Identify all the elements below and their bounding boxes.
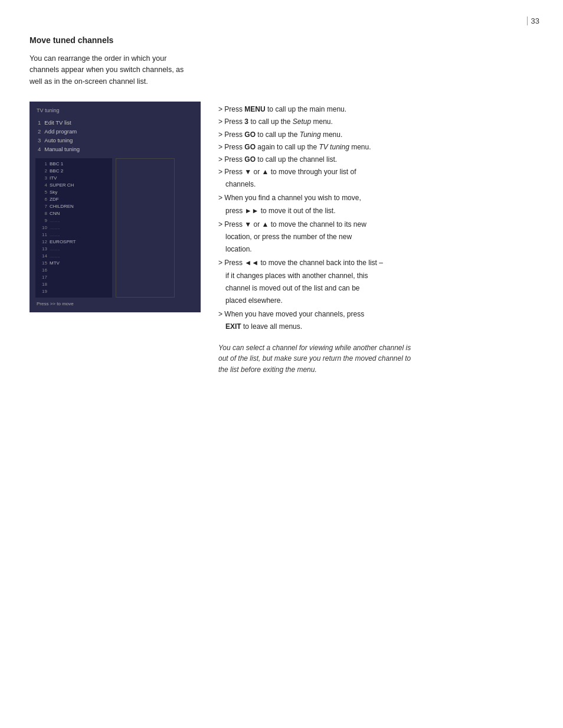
page-number: 33 — [527, 17, 539, 25]
menu-item-1: 1Edit TV list — [35, 118, 195, 127]
content-area: Move tuned channels You can rearrange th… — [0, 0, 563, 399]
channel-right-panel — [116, 158, 175, 298]
ch-18: 18 — [39, 281, 109, 288]
ch-12: 12EUROSPRT — [39, 239, 109, 246]
menu-item-3: 3Auto tuning — [35, 136, 195, 145]
intro-text: You can rearrange the order in which you… — [30, 53, 195, 87]
instr-menu: > Press MENU to call up the main menu. — [218, 104, 533, 115]
ch-10: 10........ — [39, 224, 109, 231]
ch-13: 13........ — [39, 246, 109, 253]
instr-3: > Press 3 to call up the Setup menu. — [218, 116, 533, 128]
menu-item-2: 2Add program — [35, 127, 195, 136]
instr-back-4: placed elsewhere. — [218, 295, 533, 306]
instr-move-location: > Press ▼ or ▲ to move the channel to it… — [218, 219, 533, 256]
instr-wish-to-move: > When you find a channel you wish to mo… — [218, 192, 533, 216]
tv-footer-text: Press >> to move — [35, 301, 195, 306]
instr-loc-2: location, or press the number of the new — [218, 231, 533, 243]
ch-16: 16 — [39, 267, 109, 274]
instr-move-through: > Press ▼ or ▲ to move through your list… — [218, 167, 533, 190]
ch-4: 4SUPER CH — [39, 182, 109, 189]
instr-exit-1: > When you have moved your channels, pre… — [218, 309, 533, 320]
instr-exit: > When you have moved your channels, pre… — [218, 309, 533, 332]
ch-2: 2BBC 2 — [39, 168, 109, 175]
menu-item-4: 4Manual tuning — [35, 145, 195, 154]
instr-back-1: > Press ◄◄ to move the channel back into… — [218, 257, 533, 269]
instr-loc-1: > Press ▼ or ▲ to move the channel to it… — [218, 219, 533, 230]
ch-19: 19 — [39, 288, 109, 295]
tv-menu-list: 1Edit TV list 2Add program 3Auto tuning … — [35, 118, 195, 154]
ch-14: 14........ — [39, 253, 109, 260]
tv-screen: TV tuning 1Edit TV list 2Add program 3Au… — [30, 102, 201, 312]
section-title: Move tuned channels — [30, 35, 533, 45]
ch-11: 11........ — [39, 231, 109, 239]
instr-move-back: > Press ◄◄ to move the channel back into… — [218, 257, 533, 306]
instr-wish-1: > When you find a channel you wish to mo… — [218, 192, 533, 204]
note-block: You can select a channel for viewing whi… — [218, 342, 419, 376]
two-column-layout: TV tuning 1Edit TV list 2Add program 3Au… — [30, 102, 533, 375]
ch-9: 9........ — [39, 217, 109, 224]
instr-back-3: channel is moved out of the list and can… — [218, 283, 533, 294]
ch-7: 7CHILDREN — [39, 203, 109, 210]
ch-3: 3ITV — [39, 175, 109, 182]
instructions-col: > Press MENU to call up the main menu. >… — [218, 102, 533, 375]
ch-17: 17 — [39, 274, 109, 281]
instr-go-tuning: > Press GO to call up the Tuning menu. — [218, 129, 533, 141]
channel-list-panel: 1BBC 1 2BBC 2 3ITV 4SUPER CH 5Sky 6ZDF 7… — [35, 158, 112, 298]
ch-1: 1BBC 1 — [39, 161, 109, 168]
channel-panel-wrapper: 1BBC 1 2BBC 2 3ITV 4SUPER CH 5Sky 6ZDF 7… — [35, 158, 195, 298]
instr-go-tvtuning: > Press GO again to call up the TV tunin… — [218, 142, 533, 153]
tv-ui-container: TV tuning 1Edit TV list 2Add program 3Au… — [30, 102, 201, 312]
ch-15: 15MTV — [39, 260, 109, 267]
instr-go-channellist: > Press GO to call up the channel list. — [218, 154, 533, 165]
tv-screen-title: TV tuning — [35, 107, 195, 113]
instr-exit-2: EXIT to leave all menus. — [218, 321, 533, 332]
instr-back-2: if it changes places with another channe… — [218, 270, 533, 282]
ch-5: 5Sky — [39, 189, 109, 196]
instr-arrow-1-cont: channels. — [218, 179, 533, 190]
instr-arrow-1: > Press ▼ or ▲ to move through your list… — [218, 167, 533, 178]
ch-6: 6ZDF — [39, 196, 109, 203]
instr-wish-2: press ►► to move it out of the list. — [218, 205, 533, 217]
ch-8: 8CNN — [39, 210, 109, 217]
instr-loc-3: location. — [218, 244, 533, 255]
